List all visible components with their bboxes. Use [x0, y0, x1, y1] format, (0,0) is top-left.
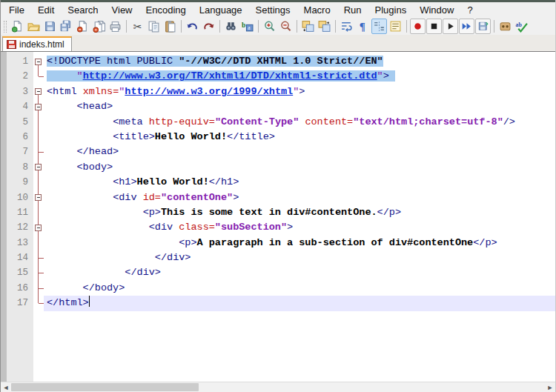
code-text[interactable]: <head>: [44, 99, 555, 114]
print-button[interactable]: [107, 19, 123, 34]
code-line-3[interactable]: 3<html xmlns="http://www.w3.org/1999/xht…: [1, 84, 555, 99]
menu-window[interactable]: Window: [413, 3, 460, 17]
macro-record-button[interactable]: [410, 19, 426, 34]
code-line-1[interactable]: 1<!DOCTYPE html PUBLIC "-//W3C//DTD XHTM…: [1, 54, 555, 69]
horizontal-scrollbar[interactable]: ◄ ►: [1, 382, 555, 392]
code-line-6[interactable]: 6 <title>Hello World!</title>: [1, 130, 555, 144]
menu-view[interactable]: View: [105, 3, 139, 17]
code-text[interactable]: "http://www.w3.org/TR/xhtml1/DTD/xhtml1-…: [44, 69, 555, 84]
code-line-17[interactable]: 17</html>: [1, 296, 555, 310]
macro-play-button[interactable]: [443, 19, 458, 34]
show-indent-guide-button[interactable]: [371, 19, 387, 34]
redo-button[interactable]: [201, 19, 216, 34]
sync-vertical-scroll-button[interactable]: [300, 19, 316, 34]
find-button[interactable]: [223, 19, 239, 34]
code-text[interactable]: <p>This is some text in div#contentOne.<…: [44, 205, 555, 220]
undo-button[interactable]: [185, 19, 200, 34]
code-line-14[interactable]: 14 </div>: [1, 250, 555, 265]
code-line-12[interactable]: 12 <div class="subSection">: [1, 220, 555, 235]
macro-save-button[interactable]: [475, 19, 491, 34]
menu-help[interactable]: ?: [460, 3, 479, 17]
sync-horizontal-scroll-button[interactable]: [317, 19, 332, 34]
plugin-tool-button[interactable]: [497, 19, 513, 34]
code-line-15[interactable]: 15 </div>: [1, 265, 555, 280]
zoom-out-button[interactable]: [278, 19, 294, 34]
save-button[interactable]: [42, 19, 58, 34]
code-text[interactable]: <div id="contentOne">: [44, 190, 555, 205]
scroll-right-button[interactable]: ►: [545, 382, 555, 392]
replace-button[interactable]: ba: [239, 19, 255, 34]
fold-marker[interactable]: [33, 54, 44, 69]
copy-button[interactable]: [146, 19, 162, 34]
toolbar: ✂ba¶ab: [1, 18, 555, 35]
code-line-16[interactable]: 16 </body>: [1, 281, 555, 296]
menu-language[interactable]: Language: [193, 3, 249, 17]
code-editor[interactable]: 1<!DOCTYPE html PUBLIC "-//W3C//DTD XHTM…: [1, 52, 555, 382]
paste-button[interactable]: [162, 19, 178, 34]
code-text[interactable]: </body>: [44, 281, 555, 296]
open-file-icon: [27, 20, 40, 33]
code-line-9[interactable]: 9 <h1>Hello World!</h1>: [1, 175, 555, 190]
fold-marker[interactable]: [33, 160, 44, 175]
code-line-8[interactable]: 8 <body>: [1, 160, 555, 175]
macro-stop-button[interactable]: [426, 19, 442, 34]
function-list-button[interactable]: [388, 19, 403, 34]
line-number: 15: [1, 265, 33, 280]
menu-search[interactable]: Search: [61, 3, 105, 17]
code-text[interactable]: </html>: [44, 296, 555, 310]
show-all-characters-button[interactable]: ¶: [355, 19, 371, 34]
toolbar-separator: [258, 20, 259, 33]
code-text[interactable]: <div class="subSection">: [44, 220, 555, 235]
toolbar-separator: [406, 20, 407, 33]
new-file-button[interactable]: [10, 19, 25, 34]
code-text[interactable]: <meta http-equiv="Content-Type" content=…: [44, 115, 555, 130]
code-text[interactable]: </div>: [44, 250, 555, 265]
toolbar-grip[interactable]: [4, 21, 7, 33]
code-text[interactable]: <h1>Hello World!</h1>: [44, 175, 555, 190]
save-icon: [44, 20, 56, 33]
scrollbar-thumb[interactable]: [11, 383, 199, 391]
close-all-button[interactable]: [91, 19, 107, 34]
toolbar-separator: [297, 20, 297, 33]
code-line-13[interactable]: 13 <p>A paragraph in a sub-section of di…: [1, 236, 555, 250]
code-line-7[interactable]: 7 </head>: [1, 144, 555, 159]
close-button[interactable]: [75, 19, 90, 34]
menu-run[interactable]: Run: [337, 3, 368, 17]
tab-indeks-html[interactable]: indeks.html: [2, 36, 72, 51]
fold-marker[interactable]: [33, 84, 44, 99]
sync-vertical-scroll-icon: [302, 20, 314, 33]
menu-settings[interactable]: Settings: [249, 3, 297, 17]
menu-file[interactable]: File: [2, 3, 31, 17]
code-text[interactable]: <!DOCTYPE html PUBLIC "-//W3C//DTD XHTML…: [44, 54, 555, 69]
spell-check-button[interactable]: ab: [514, 19, 529, 34]
menu-edit[interactable]: Edit: [31, 3, 61, 17]
code-line-10[interactable]: 10 <div id="contentOne">: [1, 190, 555, 205]
menu-encoding[interactable]: Encoding: [139, 3, 193, 17]
cut-button[interactable]: ✂: [130, 19, 145, 34]
code-line-5[interactable]: 5 <meta http-equiv="Content-Type" conten…: [1, 115, 555, 130]
scroll-left-button[interactable]: ◄: [1, 382, 11, 392]
word-wrap-button[interactable]: [339, 19, 354, 34]
code-line-2[interactable]: 2 "http://www.w3.org/TR/xhtml1/DTD/xhtml…: [1, 69, 555, 84]
code-text[interactable]: </div>: [44, 265, 555, 280]
code-line-11[interactable]: 11 <p>This is some text in div#contentOn…: [1, 205, 555, 220]
code-text[interactable]: <title>Hello World!</title>: [44, 130, 555, 144]
line-number: 13: [1, 236, 33, 250]
code-text[interactable]: <body>: [44, 160, 555, 175]
code-text[interactable]: <p>A paragraph in a sub-section of div#c…: [44, 236, 555, 250]
code-text[interactable]: </head>: [44, 144, 555, 159]
toolbar-separator: [181, 20, 182, 33]
zoom-in-button[interactable]: [262, 19, 277, 34]
macro-run-multiple-button[interactable]: [459, 19, 474, 34]
fold-marker[interactable]: [33, 190, 44, 205]
code-text[interactable]: <html xmlns="http://www.w3.org/1999/xhtm…: [44, 84, 555, 99]
menu-macro[interactable]: Macro: [297, 3, 337, 17]
zoom-out-icon: [279, 20, 292, 33]
fold-marker[interactable]: [33, 220, 44, 235]
save-all-button[interactable]: [59, 19, 74, 34]
code-line-4[interactable]: 4 <head>: [1, 99, 555, 114]
line-number: 12: [1, 220, 33, 235]
menu-plugins[interactable]: Plugins: [368, 3, 414, 17]
open-file-button[interactable]: [26, 19, 42, 34]
fold-marker[interactable]: [33, 99, 44, 114]
